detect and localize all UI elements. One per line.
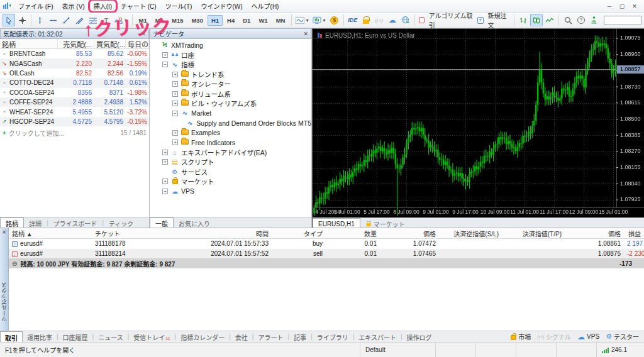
new-order-button[interactable]: +新規注文 (476, 14, 512, 26)
timeframe-M30[interactable]: M30 (187, 15, 206, 26)
quote-row-OILCash[interactable]: ↘OILCash82.5282.560.19% (0, 69, 149, 78)
nav-item-VPS[interactable]: +☁VPS (150, 187, 311, 197)
bottom-tab-運用比率[interactable]: 運用比率 (23, 331, 57, 342)
bar-chart-mode-button[interactable] (517, 14, 530, 26)
help-button[interactable]: ? (575, 14, 587, 26)
expand-plus-icon[interactable]: + (172, 101, 178, 106)
expand-minus-icon[interactable]: − (172, 111, 178, 116)
pos-column-銘柄[interactable]: 銘柄 ▲ (9, 229, 92, 238)
minimize-button[interactable]: ─ (604, 3, 615, 9)
market-watch-close-icon[interactable]: ✕ (141, 31, 146, 37)
bottom-tab-ニュース[interactable]: ニュース (94, 331, 128, 342)
quote-row-COTTO-DEC24[interactable]: •COTTO-DEC240.71180.71480.61% (0, 78, 149, 87)
pos-column-決済指値(T/P)[interactable]: 決済指値(T/P) (502, 229, 565, 238)
expand-plus-icon[interactable]: + (162, 52, 168, 58)
dock-シグナル[interactable]: (ı·ı)シグナル (537, 332, 571, 341)
bottom-tab-取引[interactable]: 取引 (0, 331, 23, 342)
nav-item-Supply and Demand Order Blocks MT5[interactable]: ∿Supply and Demand Order Blocks MT5 (150, 118, 311, 128)
search-button[interactable] (562, 14, 574, 26)
expand-plus-icon[interactable]: + (172, 81, 178, 87)
quote-row-BRENTCash[interactable]: •BRENTCash85.5385.62-0.60% (0, 49, 149, 58)
restore-button[interactable]: ▢ (616, 3, 628, 9)
expand-plus-icon[interactable]: + (162, 150, 168, 155)
candlestick-chart[interactable] (313, 29, 644, 216)
quote-row-NGASCash[interactable]: ↘NGASCash2.2202.244-1.55% (0, 58, 149, 68)
chart-area[interactable] (313, 29, 644, 217)
ide-button[interactable]: IDE (347, 14, 359, 26)
quote-row-WHEAT-SEP24[interactable]: •WHEAT-SEP245.49555.5120-3.72% (0, 107, 149, 116)
channel-tool-button[interactable] (74, 14, 86, 26)
nav-item-指標[interactable]: −∿指標 (150, 60, 311, 70)
shapes-tool-button[interactable]: A▼ (113, 14, 130, 26)
bottom-tab-指標カレンダー[interactable]: 指標カレンダー (176, 331, 229, 342)
expand-plus-icon[interactable]: + (172, 91, 178, 97)
timeframe-H4[interactable]: H4 (223, 15, 238, 26)
chart-tab-EURUSD,H1[interactable]: EURUSD,H1 (313, 218, 360, 228)
menu-チャート (C)[interactable]: チャート (C) (116, 0, 161, 12)
timeframe-H1[interactable]: H1 (208, 15, 223, 26)
pos-column-数量[interactable]: 数量 (326, 229, 380, 238)
column-daily[interactable]: 毎日の... (126, 39, 149, 49)
nav-item-エキスパートアドバイザ(EA)[interactable]: +⌂エキスパートアドバイザ(EA) (150, 148, 311, 158)
navigator-close-icon[interactable]: ✕ (303, 31, 308, 37)
tab-詳細[interactable]: 詳細 (24, 217, 47, 228)
timeframe-MN[interactable]: MN (272, 15, 289, 26)
nav-item-スクリプト[interactable]: +▤スクリプト (150, 157, 311, 167)
column-symbol[interactable]: 銘柄 (0, 39, 58, 49)
chart-style-dropdown-icon[interactable]: ▼ (305, 18, 309, 23)
signal-button[interactable]: (ı·ı) (373, 14, 386, 26)
community-globe-button[interactable]: + (399, 14, 412, 26)
candlestick-mode-button[interactable] (530, 14, 543, 26)
timeframe-M1[interactable]: M1 (135, 15, 151, 26)
pos-column-チケット[interactable]: チケット (92, 229, 160, 238)
chart-window-button[interactable]: ▼ (311, 14, 328, 26)
toolbox-close-icon[interactable]: ✕ (2, 229, 6, 235)
chart-tab-マーケット[interactable]: マーケット (360, 218, 410, 228)
quote-row-COCOA-SEP24[interactable]: •COCOA-SEP2483568371-1.98% (0, 88, 149, 97)
expand-plus-icon[interactable]: + (172, 72, 178, 77)
chart-style-button[interactable]: ▼ (294, 14, 311, 26)
timeframe-W1[interactable]: W1 (255, 15, 271, 26)
bottom-tab-口座履歴[interactable]: 口座履歴 (58, 331, 92, 342)
close-button[interactable]: ✕ (629, 3, 640, 9)
bottom-tab-会社[interactable]: 会社 (231, 331, 252, 342)
nav-item-口座[interactable]: +♟♟口座 (150, 50, 311, 60)
dock-VPS[interactable]: ☁VPS (577, 332, 599, 341)
vertical-line-tool-button[interactable] (34, 14, 47, 26)
collapse-icon[interactable]: ⊖ (12, 260, 17, 267)
nav-item-Examples[interactable]: +Examples (150, 128, 311, 138)
pos-column-決済逆指値(S/L)[interactable]: 決済逆指値(S/L) (439, 229, 502, 238)
market-watch-add-row[interactable]: + クリックして追加... 15 / 1481 (0, 128, 149, 138)
nav-item-マーケット[interactable]: +マーケット (150, 177, 311, 187)
tab-ティック[interactable]: ティック (104, 217, 138, 228)
crosshair-tool-button[interactable] (16, 14, 28, 26)
toolbar-search-input[interactable] (604, 16, 641, 25)
algo-trading-button[interactable]: アルゴリズム取引 (418, 14, 475, 26)
dock-市場[interactable]: 市場 (511, 332, 531, 341)
pos-column-価格[interactable]: 価格 (565, 229, 624, 238)
nav-item-ビル・ウィリアムズ系[interactable]: +ビル・ウィリアムズ系 (150, 99, 311, 109)
tab-お気に入り[interactable]: お気に入り (174, 217, 215, 228)
timeframe-D1[interactable]: D1 (239, 15, 254, 26)
pos-column-タイプ[interactable]: タイプ (272, 229, 326, 238)
timeframe-M5[interactable]: M5 (152, 15, 167, 26)
tab-銘柄[interactable]: 銘柄 (0, 217, 24, 228)
quote-row-HGCOP-SEP24[interactable]: ↗HGCOP-SEP244.57254.5795-0.15% (0, 117, 149, 126)
bottom-tab-アラート[interactable]: アラート (253, 331, 287, 342)
nav-item-ボリューム系[interactable]: +ボリューム系 (150, 89, 311, 99)
cursor-tool-button[interactable] (3, 14, 15, 26)
expand-minus-icon[interactable]: − (162, 62, 168, 67)
community-user-button[interactable]: LVL (588, 14, 601, 26)
bottom-tab-記事[interactable]: 記事 (289, 331, 311, 342)
trendline-tool-button[interactable] (60, 14, 73, 26)
market-lock-button[interactable] (360, 14, 372, 26)
dock-テスター[interactable]: ⚙テスター (606, 332, 639, 341)
menu-ツール(T)[interactable]: ツール(T) (161, 0, 197, 12)
pos-column-価格[interactable]: 価格 (380, 229, 439, 238)
menu-ヘルプ(H)[interactable]: ヘルプ(H) (247, 0, 284, 12)
shapes-dropdown-icon[interactable]: ▼ (124, 18, 128, 23)
nav-item-トレンド系[interactable]: +トレンド系 (150, 70, 311, 80)
column-ask[interactable]: 買気配(... (94, 39, 126, 49)
line-chart-mode-button[interactable] (543, 14, 556, 26)
bottom-tab-ライブラリ[interactable]: ライブラリ (313, 331, 353, 342)
